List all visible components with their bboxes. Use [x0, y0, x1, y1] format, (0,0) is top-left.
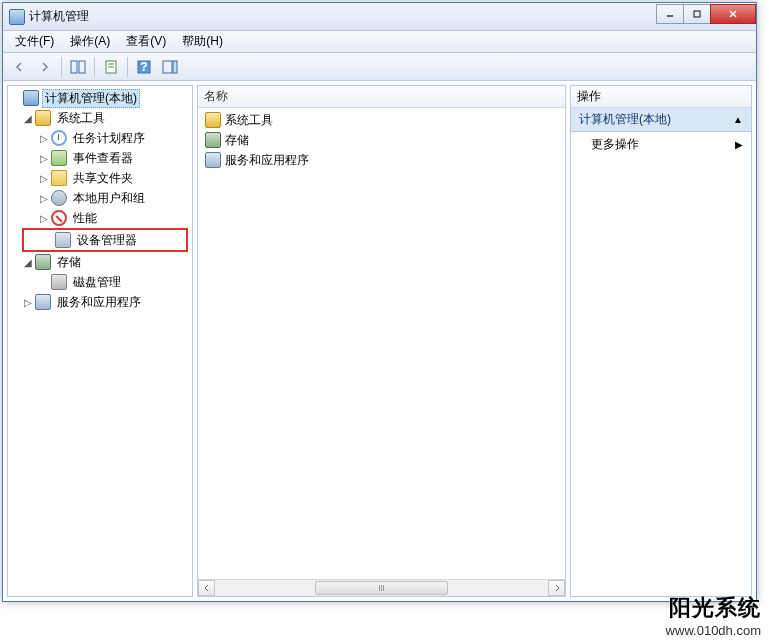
- toolbar-separator: [94, 57, 95, 77]
- action-more[interactable]: 更多操作 ▶: [571, 132, 751, 157]
- expand-icon: [10, 92, 22, 104]
- watermark-brand: 阳光系统: [666, 593, 761, 623]
- menu-help[interactable]: 帮助(H): [174, 31, 231, 52]
- svg-text:?: ?: [140, 60, 147, 74]
- tree-root[interactable]: 计算机管理(本地): [8, 88, 192, 108]
- tree-label: 服务和应用程序: [54, 293, 144, 312]
- menu-action[interactable]: 操作(A): [62, 31, 118, 52]
- collapse-icon[interactable]: ◢: [22, 256, 34, 268]
- tree-services-apps[interactable]: ▷ 服务和应用程序: [8, 292, 192, 312]
- expand-icon[interactable]: ▷: [38, 152, 50, 164]
- folder-icon: [51, 170, 67, 186]
- toolbar-separator: [61, 57, 62, 77]
- expand-icon: [38, 276, 50, 288]
- list-label: 存储: [225, 132, 249, 149]
- scroll-right-button[interactable]: [548, 580, 565, 596]
- window: 计算机管理 文件(F) 操作(A) 查看(V) 帮助(H) ? 计算: [2, 2, 757, 602]
- action-group-label: 计算机管理(本地): [579, 111, 671, 128]
- tools-icon: [35, 110, 51, 126]
- tree-system-tools[interactable]: ◢ 系统工具: [8, 108, 192, 128]
- event-icon: [51, 150, 67, 166]
- clock-icon: [51, 130, 67, 146]
- svg-rect-11: [163, 61, 172, 73]
- column-name: 名称: [204, 88, 228, 105]
- action-group-header[interactable]: 计算机管理(本地) ▲: [571, 108, 751, 132]
- menubar: 文件(F) 操作(A) 查看(V) 帮助(H): [3, 31, 756, 53]
- storage-icon: [205, 132, 221, 148]
- tree-label: 存储: [54, 253, 84, 272]
- expand-icon[interactable]: ▷: [38, 212, 50, 224]
- performance-icon: [51, 210, 67, 226]
- list-panel: 名称 系统工具 存储 服务和应用程序: [197, 85, 566, 597]
- expand-icon[interactable]: ▷: [22, 296, 34, 308]
- tree-performance[interactable]: ▷ 性能: [8, 208, 192, 228]
- actions-panel: 操作 计算机管理(本地) ▲ 更多操作 ▶: [570, 85, 752, 597]
- scroll-track[interactable]: [215, 580, 548, 596]
- tree-disk-management[interactable]: 磁盘管理: [8, 272, 192, 292]
- list-item-storage[interactable]: 存储: [198, 130, 565, 150]
- list-label: 系统工具: [225, 112, 273, 129]
- service-icon: [35, 294, 51, 310]
- scroll-left-button[interactable]: [198, 580, 215, 596]
- menu-view[interactable]: 查看(V): [118, 31, 174, 52]
- tools-icon: [205, 112, 221, 128]
- tree-panel: 计算机管理(本地) ◢ 系统工具 ▷ 任务计划程序 ▷ 事件查看器: [7, 85, 193, 597]
- svg-rect-4: [71, 61, 77, 73]
- back-button[interactable]: [7, 55, 31, 79]
- show-action-pane-button[interactable]: [158, 55, 182, 79]
- list-label: 服务和应用程序: [225, 152, 309, 169]
- expand-icon[interactable]: ▷: [38, 132, 50, 144]
- svg-rect-1: [694, 11, 700, 17]
- device-icon: [55, 232, 71, 248]
- toolbar-separator: [127, 57, 128, 77]
- maximize-button[interactable]: [683, 4, 711, 24]
- tree-storage[interactable]: ◢ 存储: [8, 252, 192, 272]
- forward-button[interactable]: [33, 55, 57, 79]
- storage-icon: [35, 254, 51, 270]
- tree-device-manager[interactable]: 设备管理器: [24, 230, 186, 250]
- list-item-system-tools[interactable]: 系统工具: [198, 110, 565, 130]
- users-icon: [51, 190, 67, 206]
- collapse-arrow-icon: ▲: [733, 114, 743, 125]
- titlebar[interactable]: 计算机管理: [3, 3, 756, 31]
- disk-icon: [51, 274, 67, 290]
- highlight-box: 设备管理器: [22, 228, 188, 252]
- computer-icon: [23, 90, 39, 106]
- tree-label: 系统工具: [54, 109, 108, 128]
- expand-icon[interactable]: ▷: [38, 192, 50, 204]
- scroll-thumb[interactable]: [315, 581, 448, 595]
- collapse-icon[interactable]: ◢: [22, 112, 34, 124]
- actions-header: 操作: [571, 86, 751, 108]
- svg-rect-12: [173, 61, 177, 73]
- watermark: 阳光系统 www.010dh.com: [666, 593, 761, 638]
- actions-title: 操作: [577, 88, 601, 105]
- tree-label: 设备管理器: [74, 231, 140, 250]
- column-header[interactable]: 名称: [198, 86, 565, 108]
- action-label: 更多操作: [591, 136, 639, 153]
- app-icon: [9, 9, 25, 25]
- show-hide-tree-button[interactable]: [66, 55, 90, 79]
- help-button[interactable]: ?: [132, 55, 156, 79]
- horizontal-scrollbar[interactable]: [198, 579, 565, 596]
- tree-label: 磁盘管理: [70, 273, 124, 292]
- navigation-tree[interactable]: 计算机管理(本地) ◢ 系统工具 ▷ 任务计划程序 ▷ 事件查看器: [8, 86, 192, 596]
- tree-label: 事件查看器: [70, 149, 136, 168]
- svg-rect-5: [79, 61, 85, 73]
- properties-button[interactable]: [99, 55, 123, 79]
- tree-label: 计算机管理(本地): [42, 89, 140, 108]
- expand-icon[interactable]: ▷: [38, 172, 50, 184]
- menu-file[interactable]: 文件(F): [7, 31, 62, 52]
- content-area: 计算机管理(本地) ◢ 系统工具 ▷ 任务计划程序 ▷ 事件查看器: [3, 81, 756, 601]
- tree-label: 本地用户和组: [70, 189, 148, 208]
- item-list[interactable]: 系统工具 存储 服务和应用程序: [198, 108, 565, 579]
- tree-task-scheduler[interactable]: ▷ 任务计划程序: [8, 128, 192, 148]
- tree-label: 共享文件夹: [70, 169, 136, 188]
- tree-local-users[interactable]: ▷ 本地用户和组: [8, 188, 192, 208]
- submenu-arrow-icon: ▶: [735, 139, 743, 150]
- list-item-services-apps[interactable]: 服务和应用程序: [198, 150, 565, 170]
- minimize-button[interactable]: [656, 4, 684, 24]
- close-button[interactable]: [710, 4, 756, 24]
- tree-event-viewer[interactable]: ▷ 事件查看器: [8, 148, 192, 168]
- tree-shared-folders[interactable]: ▷ 共享文件夹: [8, 168, 192, 188]
- watermark-url: www.010dh.com: [666, 623, 761, 638]
